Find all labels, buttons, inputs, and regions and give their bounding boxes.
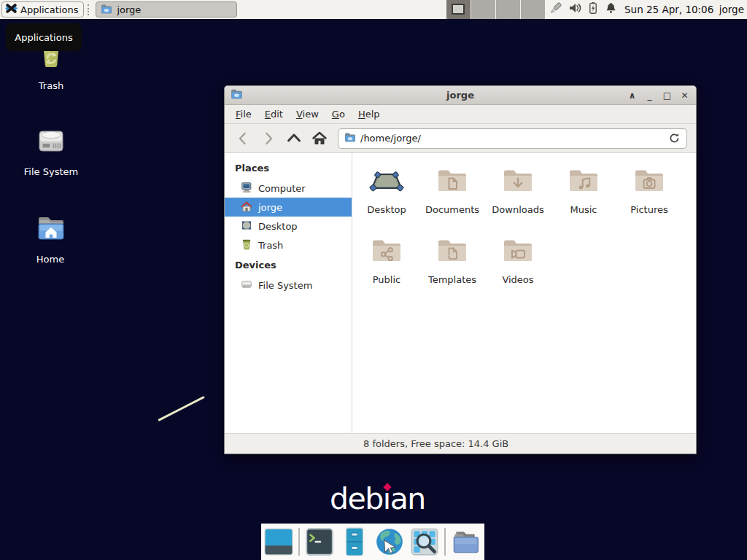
sidebar-item-label: Computer — [258, 183, 306, 194]
sidebar-item-jorge[interactable]: jorge — [225, 198, 352, 217]
sidebar-devices-header: Devices — [225, 254, 352, 276]
sidebar: Places Computer jorge Desktop — [225, 153, 352, 433]
forward-button[interactable] — [258, 128, 279, 149]
file-label: Pictures — [630, 204, 667, 215]
system-tray — [549, 0, 617, 19]
file-item-documents[interactable]: Documents — [419, 163, 485, 233]
back-button[interactable] — [232, 128, 254, 149]
desktop-icon-label: Home — [36, 254, 64, 265]
dock-separator — [444, 528, 446, 556]
file-item-videos[interactable]: Videos — [485, 233, 551, 303]
maximize-button[interactable]: □ — [662, 90, 673, 101]
workspace-3[interactable] — [496, 0, 521, 19]
sidebar-item-desktop[interactable]: Desktop — [225, 217, 352, 236]
folder-window-icon — [101, 3, 112, 17]
menu-edit[interactable]: Edit — [258, 106, 290, 122]
battery-charging-icon[interactable] — [587, 1, 599, 18]
pictures-folder-icon — [632, 163, 667, 201]
debian-wordmark: debıan — [330, 481, 425, 516]
taskbar-window-label: jorge — [117, 4, 141, 15]
file-label: Downloads — [492, 204, 543, 215]
terminal-icon[interactable] — [304, 526, 335, 557]
file-item-pictures[interactable]: Pictures — [616, 163, 682, 233]
videos-folder-icon — [500, 233, 535, 271]
panel-clock[interactable]: Sun 25 Apr, 10:06 — [624, 0, 713, 19]
sidebar-item-label: File System — [258, 280, 312, 291]
workspace-2[interactable] — [471, 0, 496, 19]
tooltip-text: Applications — [15, 32, 72, 43]
desktop-icon — [241, 219, 252, 233]
music-folder-icon — [566, 163, 601, 201]
menu-view[interactable]: View — [290, 106, 325, 122]
session-user-label[interactable]: jorge — [719, 0, 744, 19]
home-icon — [241, 201, 252, 214]
sidebar-item-label: jorge — [258, 202, 282, 213]
toolbar: /home/jorge/ — [225, 124, 696, 153]
file-view: Desktop Documents Downloads — [352, 153, 696, 433]
workspace-4[interactable] — [521, 0, 546, 19]
notifications-bell-icon[interactable] — [605, 1, 617, 18]
file-label: Templates — [428, 274, 476, 285]
web-browser-icon[interactable] — [374, 526, 405, 557]
file-label: Desktop — [367, 204, 406, 215]
applications-menu-label: Applications — [20, 4, 78, 15]
home-folder-icon — [33, 211, 68, 249]
menu-go[interactable]: Go — [325, 106, 352, 122]
public-folder-icon — [369, 233, 404, 271]
up-button[interactable] — [283, 128, 305, 149]
menu-file[interactable]: File — [229, 106, 258, 122]
file-item-music[interactable]: Music — [551, 163, 616, 233]
applications-tooltip: Applications — [6, 23, 82, 51]
documents-folder-icon — [435, 163, 470, 201]
window-titlebar[interactable]: jorge ∧ _ □ ✕ — [225, 86, 696, 105]
menu-bar: File Edit View Go Help — [225, 105, 696, 124]
desktop-icon-label: Trash — [39, 80, 63, 91]
logo-text: an — [390, 481, 425, 516]
hard-drive-icon — [34, 124, 69, 161]
close-button[interactable]: ✕ — [679, 90, 690, 101]
drive-icon — [241, 279, 252, 292]
file-label: Documents — [425, 204, 479, 215]
current-path[interactable]: /home/jorge/ — [360, 133, 421, 144]
top-panel: Applications jorge Sun 25 Apr, 10:06 jor… — [0, 0, 747, 19]
show-desktop-icon[interactable] — [263, 526, 294, 557]
downloads-folder-icon — [500, 163, 535, 201]
file-cabinet-icon[interactable] — [339, 526, 370, 557]
applications-menu-button[interactable]: Applications — [1, 1, 84, 18]
minimize-button[interactable]: _ — [644, 90, 655, 101]
logo-text: deb — [330, 481, 383, 516]
app-finder-icon[interactable] — [409, 526, 440, 557]
file-label: Music — [570, 204, 597, 215]
file-item-public[interactable]: Public — [354, 233, 419, 303]
file-item-downloads[interactable]: Downloads — [485, 163, 551, 233]
location-bar[interactable]: /home/jorge/ — [338, 128, 687, 149]
status-bar: 8 folders, Free space: 14.4 GiB — [225, 433, 696, 454]
volume-icon[interactable] — [568, 1, 581, 18]
workspace-window-thumb — [452, 4, 465, 15]
stylus-icon[interactable] — [549, 1, 562, 18]
workspace-1[interactable] — [446, 0, 471, 19]
shade-button[interactable]: ∧ — [627, 90, 638, 101]
status-text: 8 folders, Free space: 14.4 GiB — [363, 438, 508, 449]
menu-help[interactable]: Help — [352, 106, 387, 122]
taskbar-window-button[interactable]: jorge — [96, 1, 237, 18]
desktop-icon-home[interactable]: Home — [15, 211, 85, 265]
desktop-icon-file-system[interactable]: File System — [16, 124, 86, 177]
sidebar-item-label: Trash — [258, 240, 283, 251]
reload-button[interactable] — [668, 132, 681, 144]
sidebar-item-file-system[interactable]: File System — [225, 276, 352, 295]
sidebar-item-computer[interactable]: Computer — [225, 179, 352, 198]
computer-icon — [241, 182, 252, 195]
file-label: Videos — [502, 274, 533, 285]
logo-i: ı — [383, 481, 390, 516]
panel-handle[interactable] — [88, 4, 92, 15]
home-button[interactable] — [309, 128, 330, 149]
file-item-templates[interactable]: Templates — [419, 233, 485, 303]
dock-separator — [298, 528, 300, 556]
desktop-surface-icon — [369, 163, 404, 201]
sidebar-item-trash[interactable]: Trash — [225, 236, 352, 254]
workspace-switcher — [446, 0, 546, 19]
file-manager-icon[interactable] — [450, 526, 481, 557]
sidebar-places-header: Places — [225, 158, 352, 179]
file-item-desktop[interactable]: Desktop — [354, 163, 419, 233]
